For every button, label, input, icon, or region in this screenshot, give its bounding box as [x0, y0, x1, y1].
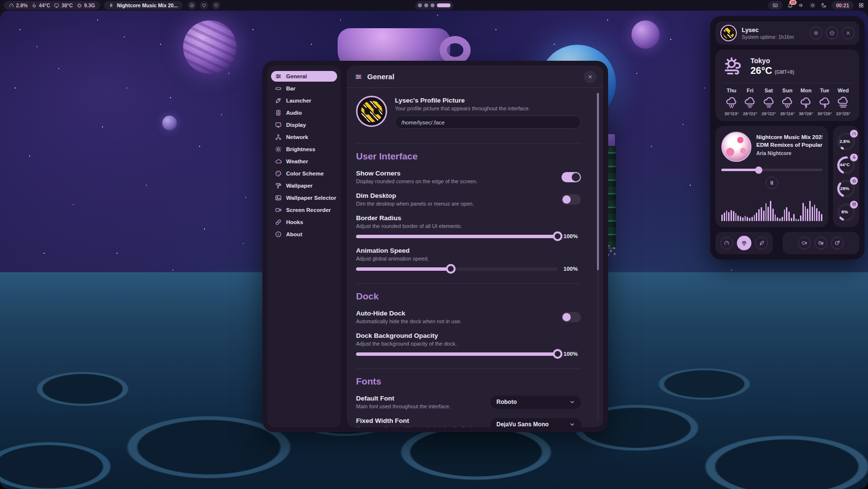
workspace-3[interactable] [430, 3, 434, 7]
favorite-button-2[interactable] [212, 1, 221, 10]
sidebar-item-display[interactable]: Display [271, 120, 337, 130]
close-panel-button[interactable] [842, 27, 854, 39]
visualizer-bar [800, 215, 801, 221]
gauge-badge [850, 154, 858, 161]
media-title: Nightcore Music Mix 20... [117, 2, 178, 8]
weather-card: Tokyo 26°C (GMT+9) Thu30°/23°Fri26°/22°S… [715, 50, 859, 121]
gauge-44-c: 44°C [835, 154, 857, 175]
slider-animation-speed[interactable] [356, 267, 558, 271]
section-divider [356, 143, 581, 144]
settings-button[interactable] [810, 27, 822, 39]
setting-row-default-font: Default FontMain font used throughout th… [356, 395, 581, 409]
forecast-temps: 33°/25° [836, 111, 851, 116]
slider-dock-background-opacity[interactable] [356, 352, 558, 356]
setting-row-border-radius: Border RadiusAdjust the rounded border o… [356, 214, 581, 239]
assistant-button[interactable] [187, 1, 196, 10]
sidebar-item-wallpaper[interactable]: Wallpaper [271, 180, 337, 191]
visualizer-bar [807, 209, 808, 221]
utilities-card [783, 232, 859, 254]
visualizer-bar [740, 216, 741, 221]
slider-border-radius[interactable] [356, 235, 558, 238]
setting-title: Dim Desktop [356, 192, 554, 199]
keyboard-layout-button[interactable] [768, 1, 783, 10]
power-profile-power-saver-button[interactable] [755, 237, 768, 249]
sidebar-item-brightness[interactable]: Brightness [271, 144, 337, 155]
scrollbar[interactable] [597, 93, 599, 421]
sidebar-item-audio[interactable]: Audio [271, 107, 337, 118]
sidebar-item-about[interactable]: About [271, 229, 337, 240]
visualizer-bar [731, 210, 732, 221]
setting-row-dim-desktop: Dim DesktopDim the desktop when panels o… [356, 192, 581, 207]
power-profile-performance-button[interactable] [720, 237, 733, 249]
dropdown-fixed-width-font[interactable]: DejaVu Sans Mono [491, 418, 581, 428]
fog-icon [837, 96, 850, 109]
visualizer-bar [728, 212, 730, 221]
workspace-1[interactable] [418, 3, 422, 7]
stat-2: 38°C [54, 2, 72, 8]
sidebar-item-color-scheme[interactable]: Color Scheme [271, 168, 337, 179]
visualizer-bar [793, 214, 795, 221]
track-progress-slider[interactable] [721, 169, 822, 171]
notifications-button[interactable]: 23 [787, 2, 793, 8]
close-icon [587, 74, 593, 80]
screen-share-button[interactable] [831, 237, 844, 249]
sidebar-item-hooks[interactable]: Hooks [271, 217, 337, 227]
visualizer-bar [724, 212, 725, 221]
clock[interactable]: 00:21 [832, 1, 853, 10]
profile-path-input[interactable] [395, 116, 581, 129]
sidebar-item-launcher[interactable]: Launcher [271, 95, 337, 106]
power-button[interactable] [826, 27, 838, 39]
sidebar-item-network[interactable]: Network [271, 132, 337, 142]
toggle-dim-desktop[interactable] [562, 194, 581, 205]
sidebar-item-general[interactable]: General [271, 71, 337, 82]
sidebar-item-bar[interactable]: Bar [271, 83, 337, 94]
brightness-button[interactable] [810, 2, 816, 8]
forecast-temps: 26°/22° [743, 111, 757, 116]
visualizer-bar [767, 207, 769, 221]
rocket-icon [275, 97, 282, 104]
slider-value: 100% [563, 266, 581, 272]
gauge-badge [850, 130, 858, 138]
toggle-show-corners[interactable] [562, 172, 581, 182]
sidebar-item-label: Wallpaper [286, 183, 313, 189]
scrollbar-thumb[interactable] [597, 93, 599, 270]
sidebar-item-label: Bar [286, 86, 295, 91]
forecast-day-label: Thu [727, 87, 736, 93]
setting-description: Monospace font used for terminal and cod… [356, 426, 483, 427]
media-pill[interactable]: Nightcore Music Mix 20... [104, 1, 183, 10]
dropdown-default-font[interactable]: Roboto [491, 396, 581, 409]
workspace-4[interactable] [437, 3, 450, 7]
gauge-icon [724, 240, 730, 246]
forecast-day-thu: Thu30°/23° [722, 87, 741, 116]
forecast-day-fri: Fri26°/22° [741, 87, 759, 116]
disk-icon [852, 202, 856, 207]
storm-icon [800, 96, 812, 109]
sidebar-item-weather[interactable]: Weather [271, 156, 337, 167]
sidebar-item-screen-recorder[interactable]: Screen Recorder [271, 205, 337, 215]
screen-record-button[interactable] [798, 237, 811, 249]
setting-description: Adjust the rounded border of all UI elem… [356, 223, 581, 229]
bar-icon [275, 85, 282, 92]
speaker-icon [275, 109, 282, 116]
power-profile-balanced-button[interactable] [737, 236, 751, 250]
volume-button[interactable] [799, 2, 804, 8]
visualizer-bar [747, 217, 748, 221]
night-light-button[interactable] [821, 2, 827, 8]
close-button[interactable] [584, 70, 596, 83]
visualizer-bar [735, 213, 737, 221]
monitor-icon [54, 3, 59, 8]
workspace-2[interactable] [424, 3, 428, 7]
gauge-6: 6% [835, 201, 857, 223]
workspace-indicator[interactable] [415, 1, 453, 10]
overview-button[interactable] [858, 2, 864, 8]
camera-off-button[interactable] [815, 237, 827, 249]
favorite-button[interactable] [200, 1, 208, 10]
gear-icon [813, 30, 819, 36]
toggle-auto-hide-dock[interactable] [562, 312, 581, 322]
share-icon [834, 240, 840, 246]
visualizer-bar [726, 210, 728, 221]
stat-value: 9.3G [84, 2, 95, 8]
visualizer-bar [784, 210, 785, 221]
sidebar-item-wallpaper-selector[interactable]: Wallpaper Selector [271, 192, 337, 203]
pause-button[interactable] [766, 176, 778, 189]
